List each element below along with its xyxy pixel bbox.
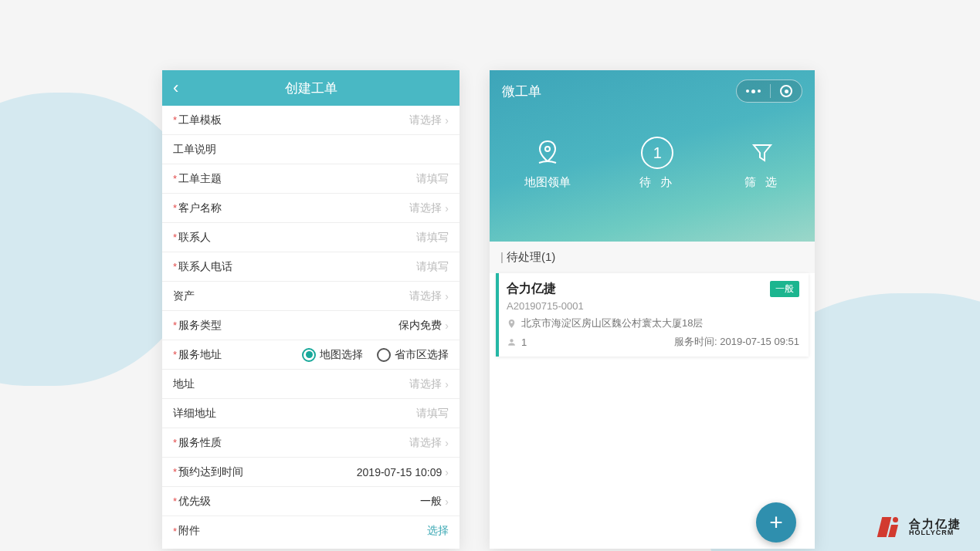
chevron-right-icon: › <box>445 437 449 449</box>
row-subject[interactable]: * 工单主题 请填写 <box>162 164 459 194</box>
todo-count-badge: 1 <box>641 137 673 169</box>
row-priority[interactable]: * 优先级 一般 › <box>162 487 459 516</box>
label: 附件 <box>178 524 200 538</box>
chevron-right-icon: › <box>445 202 449 215</box>
radio-label: 地图选择 <box>320 348 363 362</box>
location-icon <box>507 319 517 329</box>
placeholder: 请选择 <box>409 201 442 215</box>
row-addr-detail[interactable]: 详细地址 请填写 <box>162 399 459 428</box>
card-title: 合力亿捷 <box>507 281 556 297</box>
close-icon[interactable] <box>780 85 792 97</box>
required-star: * <box>173 114 177 126</box>
menu-icon[interactable] <box>746 90 761 93</box>
label: 联系人 <box>178 231 211 245</box>
value: 保内免费 <box>398 319 442 333</box>
label: 地址 <box>173 377 195 391</box>
required-star: * <box>173 261 177 272</box>
label: 工单说明 <box>173 143 216 157</box>
card-address: 北京市海淀区房山区魏公村寰太大厦18层 <box>521 316 703 330</box>
label: 服务类型 <box>178 319 222 333</box>
row-svc-nature[interactable]: * 服务性质 请选择 › <box>162 428 459 458</box>
miniprogram-capsule <box>736 79 802 103</box>
chevron-right-icon: › <box>445 114 449 127</box>
nav-label: 地图领单 <box>524 175 571 190</box>
row-asset[interactable]: 资产 请选择 › <box>162 282 459 311</box>
attach-select-link[interactable]: 选择 <box>427 524 449 538</box>
svc-time-label: 服务时间: <box>674 336 717 347</box>
card-code: A20190715-0001 <box>507 300 799 312</box>
required-star: * <box>173 495 177 507</box>
label: 客户名称 <box>178 201 222 215</box>
required-star: * <box>173 202 177 214</box>
required-star: * <box>173 437 177 448</box>
row-customer[interactable]: * 客户名称 请选择 › <box>162 194 459 223</box>
required-star: * <box>173 319 177 331</box>
radio-label: 省市区选择 <box>395 348 449 362</box>
section-header-pending: |待处理(1) <box>490 242 815 273</box>
radio-selected-icon <box>302 348 316 362</box>
radio-region-select[interactable]: 省市区选择 <box>377 348 449 362</box>
label: 详细地址 <box>173 407 216 421</box>
ticket-card[interactable]: 合力亿捷 一般 A20190715-0001 北京市海淀区房山区魏公村寰太大厦1… <box>496 273 809 357</box>
placeholder: 请选择 <box>409 377 442 391</box>
chevron-right-icon: › <box>445 466 449 478</box>
brand-name-cn: 合力亿捷 <box>909 518 961 529</box>
page-title: 创建工单 <box>162 79 459 97</box>
nav-label: 待 办 <box>639 175 675 190</box>
svc-time-value: 2019-07-15 09:51 <box>720 336 799 347</box>
placeholder: 请填写 <box>416 407 449 421</box>
card-people: 1 <box>521 336 527 348</box>
radio-map-select[interactable]: 地图选择 <box>302 348 363 362</box>
app-name: 微工单 <box>502 83 541 100</box>
titlebar: ‹ 创建工单 <box>162 70 459 106</box>
row-phone[interactable]: * 联系人电话 请填写 <box>162 252 459 282</box>
label: 预约达到时间 <box>178 465 243 479</box>
add-button[interactable]: + <box>756 502 796 543</box>
placeholder: 请选择 <box>409 436 442 450</box>
row-template[interactable]: * 工单模板 请选择 › <box>162 106 459 135</box>
nav-filter[interactable]: 筛 选 <box>744 138 780 190</box>
required-star: * <box>173 466 177 478</box>
placeholder: 请选择 <box>409 289 442 303</box>
row-attachment: * 附件 选择 <box>162 516 459 546</box>
row-contact[interactable]: * 联系人 请填写 <box>162 223 459 252</box>
label: 服务性质 <box>178 436 222 450</box>
required-star: * <box>173 173 177 184</box>
map-pin-icon <box>536 138 559 167</box>
label: 服务地址 <box>178 348 222 362</box>
chevron-right-icon: › <box>445 290 449 303</box>
dashboard-header: 微工单 地图领单 <box>490 70 815 242</box>
create-ticket-screen: ‹ 创建工单 * 工单模板 请选择 › 工单说明 * 工单主题 请填写 * 客户… <box>162 70 459 549</box>
placeholder: 请填写 <box>416 231 449 245</box>
row-desc[interactable]: 工单说明 <box>162 135 459 164</box>
person-icon <box>507 337 517 347</box>
row-addr[interactable]: 地址 请选择 › <box>162 370 459 399</box>
placeholder: 请选择 <box>409 113 442 127</box>
section-label: 待处理(1) <box>507 250 555 263</box>
row-svc-type[interactable]: * 服务类型 保内免费 › <box>162 311 459 340</box>
brand-name-en: HOLLYCRM <box>909 529 961 536</box>
label: 工单模板 <box>178 113 222 127</box>
priority-badge: 一般 <box>770 281 799 297</box>
brand-mark-icon <box>880 517 903 537</box>
label: 联系人电话 <box>178 260 232 274</box>
chevron-right-icon: › <box>445 495 449 508</box>
value: 一般 <box>420 495 442 509</box>
section-bar: | <box>500 250 504 263</box>
value: 2019-07-15 10:09 <box>357 466 443 478</box>
nav-todo[interactable]: 1 待 办 <box>639 138 675 190</box>
required-star: * <box>173 526 177 537</box>
row-appointment[interactable]: * 预约达到时间 2019-07-15 10:09 › <box>162 458 459 487</box>
svg-point-0 <box>545 147 550 151</box>
label: 优先级 <box>178 495 211 509</box>
placeholder: 请填写 <box>416 260 449 274</box>
label: 资产 <box>173 289 195 303</box>
row-svc-addr: * 服务地址 地图选择 省市区选择 <box>162 340 459 370</box>
nav-map-pickup[interactable]: 地图领单 <box>524 138 571 190</box>
capsule-separator <box>770 84 771 98</box>
label: 工单主题 <box>178 172 222 186</box>
filter-icon <box>751 138 773 167</box>
brand-logo: 合力亿捷 HOLLYCRM <box>880 517 961 537</box>
chevron-right-icon: › <box>445 319 449 332</box>
plus-icon: + <box>769 509 783 536</box>
